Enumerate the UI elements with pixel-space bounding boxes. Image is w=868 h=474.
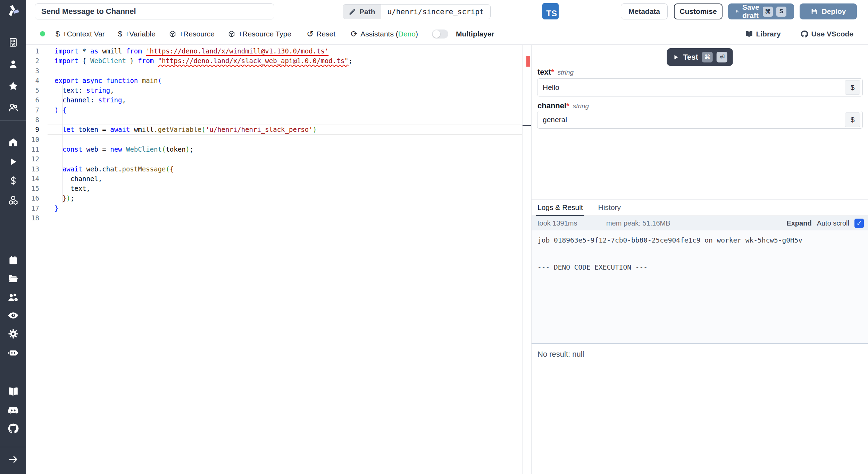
assistants-button[interactable]: ⟳ Assistants (Deno) (351, 29, 418, 39)
eye-icon[interactable] (0, 308, 26, 323)
discord-icon[interactable] (0, 403, 26, 418)
save-draft-label: Save draft (742, 3, 759, 20)
s-key-pill: S (776, 7, 786, 17)
run-panel: Test ⌘ ⏎ text* string $ channel* string … (531, 45, 868, 474)
assistants-label: Assistants (Deno) (360, 30, 418, 38)
package-icon (169, 30, 176, 38)
result-area: No result: null (532, 344, 868, 474)
add-resource-label: +Resource (179, 30, 215, 38)
line-numbers: 123456789101112131415161718 (26, 46, 55, 223)
autoscroll-checkbox[interactable]: ✓ (854, 219, 864, 228)
multiplayer-label: Multiplayer (456, 30, 494, 38)
test-button[interactable]: Test ⌘ ⏎ (667, 48, 733, 66)
path-group: Path u/henri/sincere_script (343, 4, 491, 19)
gear-icon[interactable] (0, 326, 26, 341)
robot-icon[interactable] (0, 345, 26, 360)
channel-var-picker-button[interactable]: $ (845, 112, 860, 127)
dollar-icon[interactable] (0, 173, 26, 188)
add-variable-button[interactable]: $ +Variable (118, 29, 156, 39)
sidebar-divider (0, 447, 26, 447)
metadata-button[interactable]: Metadata (621, 3, 668, 19)
result-text: No result: null (537, 350, 584, 358)
add-resource-type-label: +Resource Type (238, 30, 291, 38)
add-context-var-button[interactable]: $ +Context Var (56, 29, 105, 39)
overview-ruler[interactable] (522, 45, 531, 474)
logs-body: took 1391ms mem peak: 51.16MB Expand Aut… (532, 216, 868, 343)
tab-history[interactable]: History (598, 200, 621, 215)
code-lines[interactable]: import * as wmill from 'https://deno.lan… (55, 46, 522, 223)
book-icon (745, 30, 753, 38)
save-icon (736, 8, 739, 15)
reset-button[interactable]: ↺ Reset (307, 29, 335, 39)
building-icon[interactable] (0, 35, 26, 50)
text-var-picker-button[interactable]: $ (845, 80, 860, 95)
save-icon (810, 8, 818, 15)
toggle-knob (433, 30, 440, 38)
calendar-icon[interactable] (0, 253, 26, 268)
user-icon[interactable] (0, 57, 26, 72)
library-button[interactable]: Library (745, 30, 781, 38)
book-icon[interactable] (0, 384, 26, 399)
logs-section: Logs & Result History took 1391ms mem pe… (532, 199, 868, 474)
path-value[interactable]: u/henri/sincere_script (381, 5, 490, 19)
cmd-key-pill: ⌘ (702, 52, 713, 62)
use-vscode-button[interactable]: Use VScode (800, 30, 853, 38)
cubes-icon[interactable] (0, 193, 26, 208)
field-type: string (573, 102, 589, 110)
reset-label: Reset (316, 30, 335, 38)
required-star: * (566, 101, 569, 110)
customise-button[interactable]: Customise (674, 3, 723, 19)
customise-label: Customise (679, 7, 717, 16)
github-icon[interactable] (0, 421, 26, 436)
test-label: Test (683, 53, 698, 62)
star-icon[interactable] (0, 78, 26, 94)
dollar-icon: $ (56, 29, 60, 39)
add-context-var-label: +Context Var (62, 30, 105, 38)
home-icon[interactable] (0, 135, 26, 150)
users-icon[interactable] (0, 100, 26, 115)
metadata-label: Metadata (628, 7, 660, 16)
users-gear-icon[interactable] (0, 290, 26, 305)
field-label-text: text* string (537, 68, 574, 77)
add-resource-button[interactable]: +Resource (169, 30, 215, 38)
windmill-logo[interactable] (0, 3, 26, 19)
result-tabbar: Logs & Result History (532, 200, 868, 216)
duration-stat: took 1391ms (537, 219, 606, 227)
error-marker (526, 56, 530, 67)
add-resource-type-button[interactable]: +Resource Type (228, 30, 291, 38)
autoscroll-label: Auto scroll (817, 219, 849, 227)
field-type: string (558, 69, 574, 76)
required-star: * (551, 68, 554, 76)
text-arg-input[interactable] (537, 78, 863, 96)
dollar-icon: $ (118, 29, 122, 39)
play-icon (672, 54, 679, 61)
deploy-button[interactable]: Deploy (800, 3, 857, 19)
arrow-right-icon[interactable] (0, 452, 26, 467)
memory-stat: mem peak: 51.16MB (606, 219, 670, 227)
status-dot (40, 31, 45, 36)
expand-link[interactable]: Expand (786, 219, 811, 227)
sidebar (0, 0, 26, 474)
folder-open-icon[interactable] (0, 271, 26, 286)
logs-stats-row: took 1391ms mem peak: 51.16MB Expand Aut… (532, 216, 868, 230)
cmd-key-pill: ⌘ (763, 7, 773, 17)
reset-icon: ↺ (307, 29, 314, 39)
tab-logs-result[interactable]: Logs & Result (537, 200, 583, 215)
edit-path-button[interactable]: Path (343, 5, 381, 19)
deploy-label: Deploy (821, 7, 846, 16)
use-vscode-label: Use VScode (811, 30, 853, 38)
vscode-icon (800, 30, 809, 38)
script-title-input[interactable] (35, 3, 274, 19)
code-editor[interactable]: 123456789101112131415161718 import * as … (26, 45, 531, 474)
save-draft-button[interactable]: Save draft ⌘ S (728, 3, 794, 19)
field-label-channel: channel* string (537, 101, 589, 110)
package-icon (228, 30, 235, 38)
sidebar-divider (0, 120, 26, 121)
play-icon[interactable] (0, 154, 26, 169)
add-variable-label: +Variable (125, 30, 156, 38)
multiplayer-toggle[interactable] (432, 29, 448, 39)
log-output: job 018963e5-9f12-7cb0-bb80-25ce904fe1c9… (532, 230, 868, 278)
cursor-position-marker (523, 125, 531, 126)
channel-arg-input[interactable] (537, 111, 863, 129)
editor-toolbar: $ +Context Var $ +Variable +Resource +Re… (26, 23, 868, 45)
